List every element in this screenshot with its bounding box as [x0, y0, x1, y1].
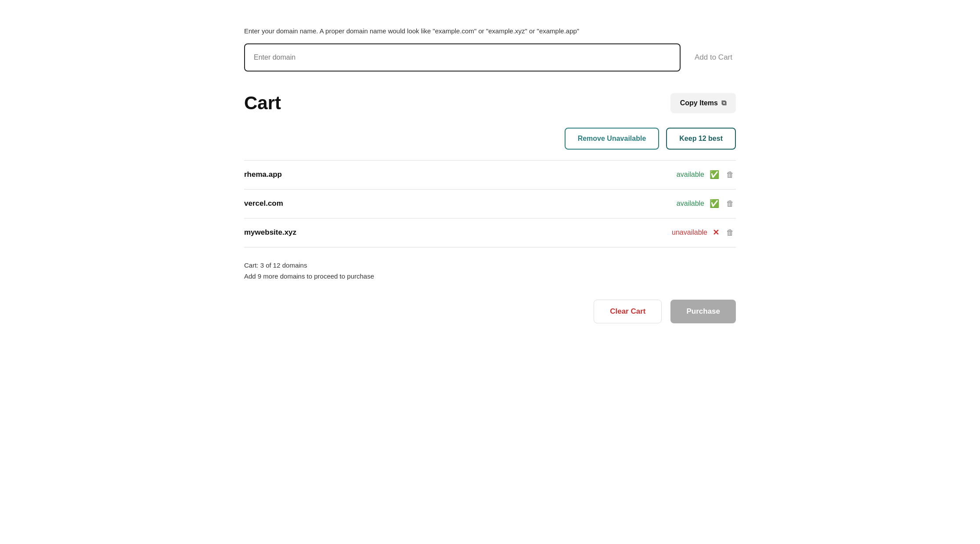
- status-text: unavailable: [672, 229, 707, 236]
- copy-icon: ⧉: [721, 99, 726, 107]
- status-check-icon: ✅: [710, 170, 719, 179]
- delete-icon[interactable]: 🗑: [724, 227, 736, 238]
- cart-item: vercel.com available ✅ 🗑: [244, 190, 736, 218]
- page-container: Enter your domain name. A proper domain …: [244, 26, 736, 323]
- remove-unavailable-button[interactable]: Remove Unavailable: [565, 128, 659, 150]
- cart-summary-line2: Add 9 more domains to proceed to purchas…: [244, 271, 736, 282]
- cart-item-right: available ✅ 🗑: [677, 169, 736, 180]
- cart-item: rhema.app available ✅ 🗑: [244, 161, 736, 190]
- purchase-button[interactable]: Purchase: [670, 300, 736, 323]
- cart-items-list: rhema.app available ✅ 🗑 vercel.com avail…: [244, 160, 736, 247]
- cart-section: Cart Copy Items ⧉ Remove Unavailable Kee…: [244, 93, 736, 323]
- add-to-cart-button[interactable]: Add to Cart: [691, 53, 736, 62]
- status-x-icon: ✕: [713, 228, 719, 237]
- cart-summary-line1: Cart: 3 of 12 domains: [244, 260, 736, 271]
- delete-icon[interactable]: 🗑: [724, 198, 736, 209]
- cart-bottom-row: Clear Cart Purchase: [244, 300, 736, 323]
- cart-item-right: available ✅ 🗑: [677, 198, 736, 209]
- copy-items-button[interactable]: Copy Items ⧉: [670, 93, 736, 113]
- cart-title: Cart: [244, 93, 281, 114]
- delete-icon[interactable]: 🗑: [724, 169, 736, 180]
- instruction-text: Enter your domain name. A proper domain …: [244, 26, 736, 36]
- clear-cart-button[interactable]: Clear Cart: [594, 300, 662, 323]
- cart-item-right: unavailable ✕ 🗑: [672, 227, 736, 238]
- status-text: available: [677, 200, 704, 208]
- cart-summary: Cart: 3 of 12 domains Add 9 more domains…: [244, 260, 736, 282]
- cart-item-domain: mywebsite.xyz: [244, 228, 296, 237]
- cart-item-domain: vercel.com: [244, 199, 283, 208]
- status-text: available: [677, 171, 704, 179]
- copy-items-label: Copy Items: [680, 99, 718, 107]
- domain-input[interactable]: [244, 43, 681, 72]
- domain-input-row: Add to Cart: [244, 43, 736, 72]
- action-buttons-row: Remove Unavailable Keep 12 best: [244, 128, 736, 150]
- status-check-icon: ✅: [710, 199, 719, 208]
- cart-item-domain: rhema.app: [244, 170, 282, 179]
- cart-header-row: Cart Copy Items ⧉: [244, 93, 736, 114]
- cart-item: mywebsite.xyz unavailable ✕ 🗑: [244, 218, 736, 247]
- keep-best-button[interactable]: Keep 12 best: [666, 128, 736, 150]
